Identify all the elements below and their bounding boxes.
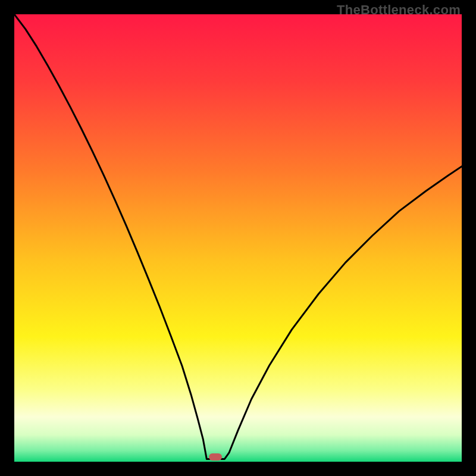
chart-plot [14,14,462,462]
watermark-text: TheBottleneck.com [337,2,461,18]
plot-background [14,14,462,462]
optimal-point-marker [209,453,222,461]
chart-frame: TheBottleneck.com [0,0,476,476]
